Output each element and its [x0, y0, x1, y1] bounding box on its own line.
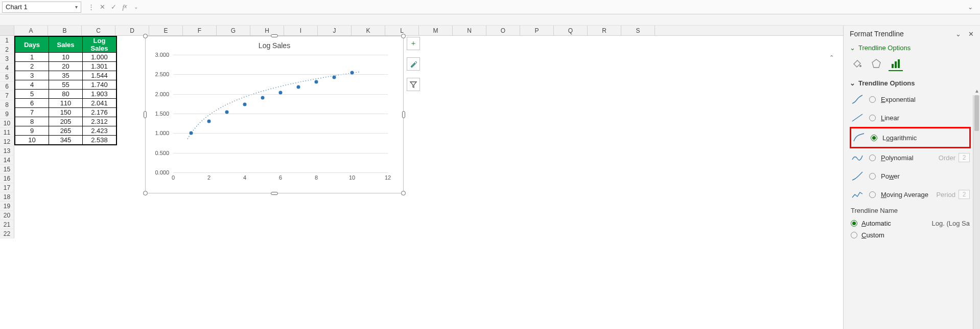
- table-cell[interactable]: 2.312: [83, 117, 116, 126]
- worksheet[interactable]: /*placeholder*/ ABCDEFGHIJKLMNOPQRS 1234…: [0, 26, 843, 329]
- column-header[interactable]: Q: [554, 26, 588, 35]
- formula-input[interactable]: [143, 2, 961, 13]
- chevron-down-icon[interactable]: ⌄: [131, 4, 141, 10]
- table-cell[interactable]: 9: [15, 126, 49, 136]
- data-point[interactable]: [351, 71, 354, 75]
- table-cell[interactable]: 80: [49, 90, 83, 99]
- scrollbar-thumb[interactable]: [974, 95, 979, 131]
- row-header[interactable]: 9: [0, 109, 14, 119]
- column-header[interactable]: B: [48, 26, 82, 35]
- row-header[interactable]: 19: [0, 202, 14, 211]
- pane-subtitle[interactable]: ⌄ Trendline Options: [844, 42, 980, 57]
- row-header[interactable]: 2: [0, 45, 14, 54]
- table-cell[interactable]: 205: [49, 117, 83, 126]
- data-table[interactable]: DaysSalesLog Sales 1101.0002201.3013351.…: [14, 36, 117, 145]
- radio-logarithmic[interactable]: [871, 135, 877, 141]
- table-cell[interactable]: 10: [15, 136, 49, 145]
- resize-handle[interactable]: [144, 111, 147, 118]
- table-header[interactable]: Days: [15, 37, 49, 53]
- pane-scrollbar[interactable]: ▲: [973, 95, 980, 329]
- table-header[interactable]: Sales: [49, 37, 83, 53]
- section-header[interactable]: ⌄ Trendline Options: [850, 79, 971, 87]
- radio-linear[interactable]: [869, 115, 876, 121]
- accept-icon[interactable]: ✓: [109, 3, 118, 11]
- resize-handle[interactable]: [271, 192, 278, 195]
- option-linear[interactable]: Linear: [850, 108, 971, 127]
- option-power[interactable]: Power: [850, 167, 971, 185]
- column-header[interactable]: P: [520, 26, 554, 35]
- close-icon[interactable]: ✕: [968, 30, 974, 38]
- row-header[interactable]: 20: [0, 211, 14, 220]
- resize-handle[interactable]: [402, 111, 405, 118]
- radio-power[interactable]: [869, 173, 876, 180]
- column-header[interactable]: O: [486, 26, 520, 35]
- column-header[interactable]: I: [284, 26, 318, 35]
- radio-exponential[interactable]: [869, 96, 876, 103]
- chart-filter-button[interactable]: [407, 78, 420, 91]
- row-header[interactable]: 1: [0, 36, 14, 45]
- row-header[interactable]: 13: [0, 146, 14, 156]
- chevron-down-icon[interactable]: ⌄: [955, 30, 961, 38]
- option-logarithmic[interactable]: Logarithmic: [850, 127, 971, 148]
- table-cell[interactable]: 1.903: [83, 90, 116, 99]
- table-header[interactable]: Log Sales: [83, 37, 116, 53]
- data-point[interactable]: [225, 110, 229, 114]
- column-header[interactable]: R: [588, 26, 621, 35]
- chart-elements-button[interactable]: ＋: [407, 37, 420, 50]
- collapse-ribbon-icon[interactable]: ⌃: [829, 54, 834, 61]
- table-cell[interactable]: 150: [49, 108, 83, 117]
- table-cell[interactable]: 35: [49, 71, 83, 80]
- column-header[interactable]: F: [183, 26, 217, 35]
- option-automatic[interactable]: Automatic Log. (Log Sa: [850, 217, 971, 229]
- chart-styles-button[interactable]: [407, 57, 420, 71]
- column-header[interactable]: A: [14, 26, 48, 35]
- option-polynomial[interactable]: Polynomial Order: [850, 148, 971, 167]
- data-point[interactable]: [243, 102, 247, 106]
- table-cell[interactable]: 1.740: [83, 80, 116, 90]
- table-cell[interactable]: 1: [15, 53, 49, 62]
- option-custom[interactable]: Custom: [850, 229, 971, 241]
- data-point[interactable]: [333, 76, 336, 79]
- table-cell[interactable]: 2: [15, 62, 49, 71]
- table-cell[interactable]: 1.544: [83, 71, 116, 80]
- expand-formula-bar-icon[interactable]: ⌄: [963, 4, 978, 11]
- column-header[interactable]: G: [217, 26, 250, 35]
- row-header[interactable]: 3: [0, 54, 14, 63]
- row-header[interactable]: 7: [0, 91, 14, 100]
- row-header[interactable]: 16: [0, 174, 14, 183]
- row-header[interactable]: 6: [0, 82, 14, 91]
- row-header[interactable]: 21: [0, 220, 14, 229]
- resize-handle[interactable]: [401, 191, 406, 195]
- row-header[interactable]: 4: [0, 63, 14, 73]
- table-cell[interactable]: 345: [49, 136, 83, 145]
- row-header[interactable]: 15: [0, 165, 14, 174]
- radio-custom[interactable]: [851, 232, 857, 238]
- row-header[interactable]: 14: [0, 156, 14, 165]
- fx-icon[interactable]: fx: [120, 3, 129, 11]
- row-header[interactable]: 8: [0, 100, 14, 109]
- effects-tab[interactable]: [869, 57, 883, 71]
- data-point[interactable]: [297, 85, 300, 89]
- scroll-up-icon[interactable]: ▲: [974, 88, 979, 94]
- radio-automatic[interactable]: [851, 220, 857, 227]
- column-header[interactable]: H: [250, 26, 284, 35]
- row-header[interactable]: 5: [0, 73, 14, 82]
- resize-handle[interactable]: [271, 34, 278, 37]
- table-cell[interactable]: 265: [49, 126, 83, 136]
- row-header[interactable]: 11: [0, 128, 14, 137]
- option-moving-average[interactable]: Moving Average Period: [850, 185, 971, 204]
- table-cell[interactable]: 3: [15, 71, 49, 80]
- chart-object[interactable]: Log Sales 0.0000.5001.0001.5002.0002.500…: [145, 36, 404, 193]
- data-point[interactable]: [207, 120, 211, 123]
- table-cell[interactable]: 2.176: [83, 108, 116, 117]
- plot-area[interactable]: 0.0000.5001.0001.5002.0002.5003.00002468…: [173, 55, 388, 172]
- chart-title[interactable]: Log Sales: [146, 36, 403, 50]
- data-point[interactable]: [279, 91, 283, 94]
- data-point[interactable]: [261, 96, 265, 100]
- column-header[interactable]: N: [453, 26, 486, 35]
- table-cell[interactable]: 4: [15, 80, 49, 90]
- table-cell[interactable]: 10: [49, 53, 83, 62]
- column-header[interactable]: M: [419, 26, 453, 35]
- column-header[interactable]: J: [318, 26, 352, 35]
- column-header[interactable]: K: [352, 26, 385, 35]
